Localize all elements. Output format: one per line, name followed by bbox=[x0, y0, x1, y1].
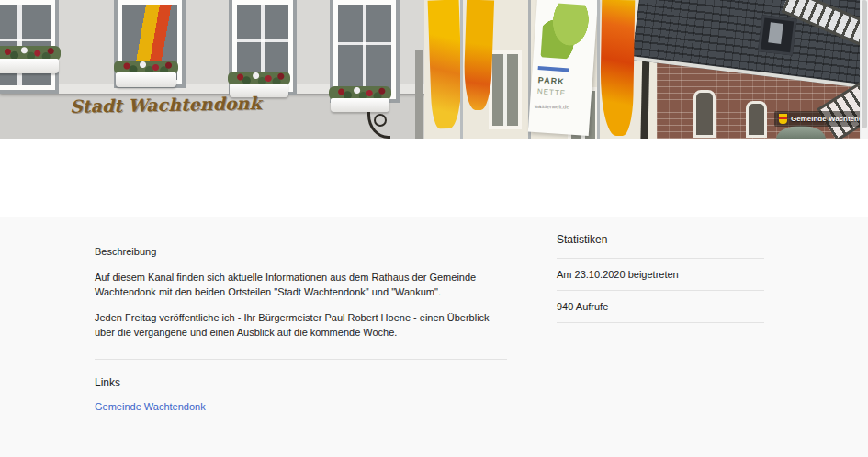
banner-flagpole bbox=[460, 0, 463, 139]
banner-red-flag bbox=[600, 0, 636, 136]
stats-column: Statistiken Am 23.10.2020 beigetreten 94… bbox=[557, 217, 764, 323]
banner-downpipe bbox=[415, 50, 423, 139]
blue-bar bbox=[538, 66, 569, 72]
banner-badge-label: Gemeinde Wachtendonk bbox=[791, 115, 861, 123]
banner-yellow-flag bbox=[428, 0, 464, 129]
description-section: Beschreibung Auf diesem Kanal finden sic… bbox=[95, 228, 507, 340]
view-count: 940 Aufrufe bbox=[557, 291, 764, 322]
banner-window bbox=[489, 50, 522, 129]
banner-park-nette-flag: PARK NETTE wasserwelt.de bbox=[528, 0, 598, 136]
stats-divider bbox=[557, 322, 764, 323]
description-title: Beschreibung bbox=[95, 228, 507, 259]
banner-window bbox=[746, 101, 767, 138]
park-flag-url: wasserwelt.de bbox=[535, 104, 569, 110]
banner-dormer-window bbox=[758, 15, 797, 55]
banner-building-sign: Stadt Wachtendonk bbox=[70, 93, 254, 116]
banner-window bbox=[0, 0, 55, 90]
banner-flagpole bbox=[597, 0, 600, 139]
stats-title: Statistiken bbox=[557, 217, 764, 258]
scrollbar-thumb[interactable] bbox=[862, 0, 867, 128]
youtube-channel-page: Stadt Wachtendonk PARK NETTE wasserwelt.… bbox=[0, 0, 868, 457]
banner-link-badge[interactable]: Gemeinde Wachtendonk bbox=[774, 111, 861, 127]
banner-flower-box bbox=[331, 98, 389, 112]
park-flag-text: PARK bbox=[537, 75, 564, 86]
banner-flower-box bbox=[0, 59, 59, 73]
links-title: Links bbox=[95, 360, 507, 389]
leaf-logo-icon bbox=[541, 2, 591, 60]
channel-banner: Stadt Wachtendonk PARK NETTE wasserwelt.… bbox=[0, 0, 861, 139]
park-flag-text: NETTE bbox=[537, 87, 567, 97]
banner-window bbox=[333, 0, 396, 99]
description-paragraph: Auf diesem Kanal finden sich aktuelle In… bbox=[95, 270, 507, 299]
about-content: Beschreibung Auf diesem Kanal finden sic… bbox=[0, 217, 868, 457]
coat-of-arms-icon bbox=[779, 114, 787, 124]
channel-header: Rathaus Wachtendonk & Wankum 54 Abonnent… bbox=[0, 139, 868, 217]
links-section: Links Gemeinde Wachtendonk bbox=[95, 360, 507, 414]
joined-date: Am 23.10.2020 beigetreten bbox=[557, 259, 764, 290]
about-left-column: Beschreibung Auf diesem Kanal finden sic… bbox=[95, 217, 507, 457]
banner-flower-box bbox=[116, 72, 176, 87]
description-paragraph: Jeden Freitag veröffentliche ich - Ihr B… bbox=[95, 310, 507, 340]
banner-window bbox=[693, 90, 716, 138]
gemeinde-wachtendonk-link[interactable]: Gemeinde Wachtendonk bbox=[95, 401, 206, 412]
